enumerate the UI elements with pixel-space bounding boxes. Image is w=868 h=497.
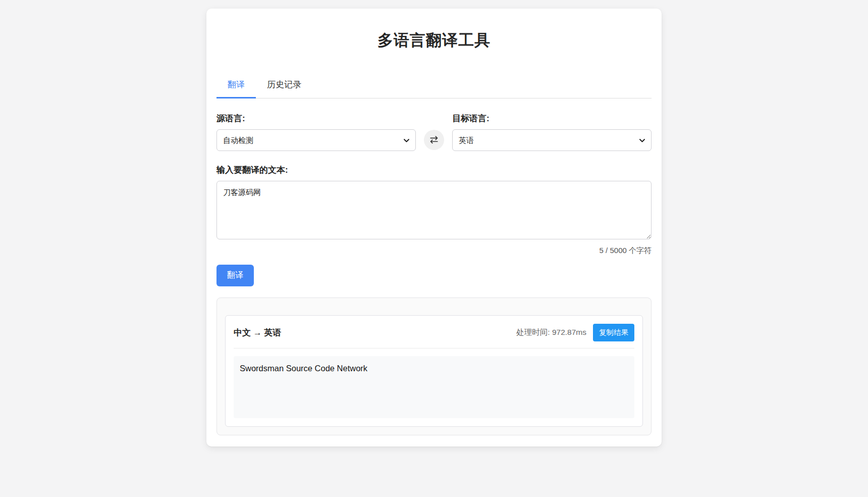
input-section: 输入要翻译的文本: 刀客源码网 5 / 5000 个字符 (216, 164, 652, 256)
input-text-label: 输入要翻译的文本: (216, 164, 652, 176)
source-language-group: 源语言: 自动检测 (216, 113, 416, 151)
result-header: 中文 → 英语 处理时间: 972.87ms 复制结果 (234, 324, 634, 349)
result-header-right: 处理时间: 972.87ms 复制结果 (516, 324, 634, 341)
target-language-label: 目标语言: (452, 113, 652, 124)
source-language-select-wrap: 自动检测 (216, 129, 416, 151)
char-count: 5 / 5000 个字符 (216, 246, 652, 256)
source-text-input[interactable]: 刀客源码网 (216, 181, 652, 239)
swap-languages-button[interactable] (424, 130, 444, 150)
translation-result-text: Swordsman Source Code Network (234, 356, 634, 418)
translate-button[interactable]: 翻译 (216, 265, 254, 286)
target-language-select[interactable]: 英语 (452, 129, 652, 151)
source-language-label: 源语言: (216, 113, 416, 124)
result-section: 中文 → 英语 处理时间: 972.87ms 复制结果 Swordsman So… (216, 297, 652, 435)
translator-card: 多语言翻译工具 翻译 历史记录 源语言: 自动检测 (206, 9, 662, 446)
page-title: 多语言翻译工具 (216, 30, 652, 51)
tab-bar: 翻译 历史记录 (216, 72, 652, 98)
target-language-select-wrap: 英语 (452, 129, 652, 151)
target-language-group: 目标语言: 英语 (452, 113, 652, 151)
processing-time: 处理时间: 972.87ms (516, 327, 586, 338)
copy-result-button[interactable]: 复制结果 (593, 324, 634, 341)
result-card: 中文 → 英语 处理时间: 972.87ms 复制结果 Swordsman So… (225, 315, 643, 427)
language-selection-row: 源语言: 自动检测 目标语言: (216, 113, 652, 151)
swap-horizontal-icon (428, 134, 440, 145)
tab-history[interactable]: 历史记录 (256, 72, 312, 98)
source-language-select[interactable]: 自动检测 (216, 129, 416, 151)
tab-translate[interactable]: 翻译 (216, 72, 256, 98)
translation-direction: 中文 → 英语 (234, 327, 281, 338)
